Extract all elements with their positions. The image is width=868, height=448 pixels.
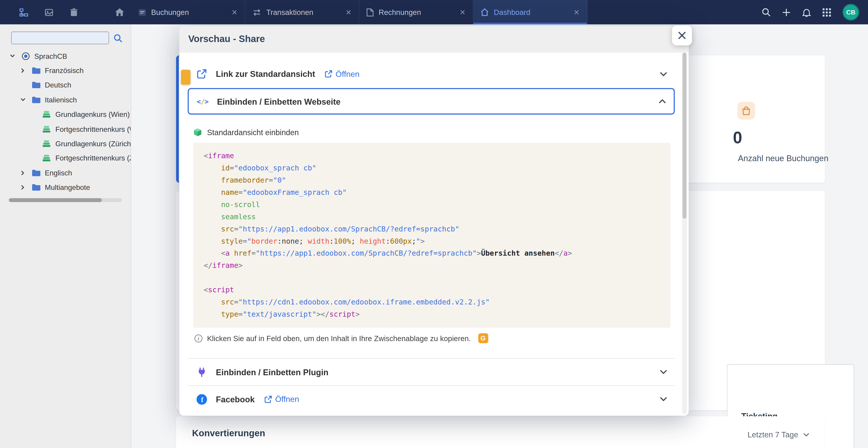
tree-scrollbar-thumb[interactable]	[9, 198, 102, 202]
code-line: seamless	[204, 211, 665, 223]
code-line: type="text/javascript"></script>	[204, 308, 665, 321]
tree-item-label: Grundlagenkurs (Zürich)	[55, 139, 131, 148]
tree-item-grundlagenkurs-z-rich[interactable]: Grundlagenkurs (Zürich)	[0, 136, 131, 151]
app-root: Buchungen✕Transaktionen✕Rechnungen✕Dashb…	[0, 0, 868, 448]
chevron-right-icon[interactable]	[18, 68, 27, 73]
folder-icon	[32, 96, 40, 103]
tab-label: Dashboard	[494, 8, 568, 17]
tree-item-label: Fortgeschrittenenkurs (Zürich)	[55, 154, 131, 162]
sidebar-search-input[interactable]	[11, 32, 109, 44]
apps-grid-icon[interactable]	[823, 8, 831, 17]
avatar[interactable]: CB	[842, 4, 859, 20]
tab-close-icon[interactable]: ✕	[345, 8, 351, 16]
tab-rechnungen[interactable]: Rechnungen✕	[359, 0, 473, 24]
tab-label: Rechnungen	[379, 8, 455, 17]
code-line: src="https://app1.edoobox.com/SprachCB/?…	[204, 223, 665, 235]
extension-widget-badge[interactable]	[181, 70, 191, 85]
accordion-facebook[interactable]: f Facebook Öffnen	[188, 386, 675, 413]
open-link-label: Öffnen	[336, 69, 360, 78]
modal-close-button[interactable]	[672, 26, 692, 45]
share-preview-modal: Vorschau - Share Link zur Standardansich…	[179, 26, 688, 416]
chevron-down-icon[interactable]	[18, 98, 27, 101]
tree-item-label: Italienisch	[45, 96, 77, 104]
tab-close-icon[interactable]: ✕	[231, 8, 238, 16]
external-link-icon	[195, 69, 208, 79]
svg-text:f: f	[201, 396, 203, 404]
tree-view-icon[interactable]	[19, 7, 29, 17]
conversions-title: Konvertierungen	[192, 428, 265, 439]
trash-icon[interactable]	[69, 7, 79, 17]
bell-icon[interactable]	[802, 7, 811, 17]
tree-item-multiangebote[interactable]: Multiangebote	[0, 180, 131, 195]
accordion-label: Einbinden / Einbetten Plugin	[216, 367, 329, 377]
embed-code-block[interactable]: <iframe id="edoobox_sprach cb" framebord…	[193, 143, 671, 328]
sidebar: SprachCBFranzösischDeutschItalienischGru…	[0, 24, 131, 448]
stat-value: 0	[733, 128, 742, 147]
accordion-label: Einbinden / Einbetten Webseite	[217, 97, 340, 106]
tab-buchungen[interactable]: Buchungen✕	[131, 0, 245, 24]
chevron-down-icon[interactable]	[660, 72, 667, 76]
tree-horizontal-scrollbar[interactable]	[9, 198, 122, 202]
plug-icon	[195, 367, 208, 377]
radio-icon	[21, 52, 30, 60]
tab-label: Buchungen	[151, 8, 226, 17]
chevron-down-icon	[803, 433, 809, 437]
tree-item-fortgeschrittenenkurs-wien[interactable]: Fortgeschrittenenkurs (Wien)	[0, 122, 131, 136]
tree-item-deutsch[interactable]: Deutsch	[0, 78, 131, 93]
transactions-icon	[252, 8, 261, 16]
tab-bar: Buchungen✕Transaktionen✕Rechnungen✕Dashb…	[131, 0, 587, 24]
tab-close-icon[interactable]: ✕	[460, 8, 466, 16]
code-line: style="border:none; width:100%; height:6…	[204, 235, 665, 248]
tree-item-label: Grundlagenkurs (Wien)	[55, 110, 130, 119]
home-icon[interactable]	[115, 7, 125, 17]
search-icon[interactable]	[762, 8, 771, 17]
date-range-label: Letzten 7 Tage	[747, 430, 798, 439]
sidebar-search-row	[11, 32, 123, 44]
chevron-right-icon[interactable]	[18, 170, 27, 175]
embed-note-text: Klicken Sie auf in Feld oben, um den Inh…	[207, 334, 471, 343]
tree-item-englisch[interactable]: Englisch	[0, 166, 131, 180]
tab-dashboard[interactable]: Dashboard✕	[473, 0, 587, 24]
stat-label: Anzahl neue Buchungen	[738, 153, 828, 163]
chevron-right-icon[interactable]	[18, 185, 27, 190]
open-link[interactable]: Öffnen	[325, 69, 360, 78]
external-link-icon	[325, 70, 332, 77]
tree-item-fortgeschrittenenkurs-z-rich[interactable]: Fortgeschrittenenkurs (Zürich)	[0, 151, 131, 166]
offer-tree: SprachCBFranzösischDeutschItalienischGru…	[0, 49, 131, 195]
external-link-icon	[265, 395, 272, 403]
sidebar-search-icon[interactable]	[114, 33, 122, 42]
open-link-label: Öffnen	[275, 395, 299, 404]
code-line: name="edooboxFrame_sprach cb"	[204, 187, 665, 199]
modal-header: Vorschau - Share	[179, 26, 688, 53]
tree-item-label: SprachCB	[34, 52, 67, 60]
tree-item-franz-sisch[interactable]: Französisch	[0, 63, 131, 78]
date-range-select[interactable]: Letzten 7 Tage	[747, 430, 809, 439]
code-line: no-scroll	[204, 199, 665, 211]
folder-icon	[32, 169, 40, 177]
tree-item-grundlagenkurs-wien[interactable]: Grundlagenkurs (Wien)	[0, 107, 131, 122]
plus-icon[interactable]	[782, 8, 790, 17]
facebook-icon: f	[195, 394, 208, 404]
tab-close-icon[interactable]: ✕	[574, 8, 580, 16]
accordion-link-standard-view[interactable]: Link zur Standardansicht Öffnen	[188, 61, 675, 87]
grammar-extension-badge[interactable]: G	[478, 333, 488, 343]
chevron-down-icon[interactable]	[8, 54, 17, 58]
accordion-embed-website[interactable]: </> Einbinden / Einbetten Webseite	[188, 88, 675, 115]
open-facebook-link[interactable]: Öffnen	[265, 395, 299, 404]
tab-label: Transaktionen	[266, 8, 340, 17]
accordion-embed-plugin[interactable]: Einbinden / Einbetten Plugin	[188, 359, 675, 385]
embed-note-row: i Klicken Sie auf in Feld oben, um den I…	[194, 333, 675, 343]
tree-item-sprachcb[interactable]: SprachCB	[0, 49, 131, 64]
panel-icon[interactable]	[43, 7, 54, 17]
code-line: frameborder="0"	[204, 174, 665, 187]
modal-scrollbar-thumb[interactable]	[683, 53, 686, 219]
modal-scrollbar[interactable]	[682, 53, 687, 414]
package-icon	[193, 128, 202, 137]
tab-transaktionen[interactable]: Transaktionen✕	[245, 0, 359, 24]
tree-item-italienisch[interactable]: Italienisch	[0, 92, 131, 107]
chevron-down-icon[interactable]	[660, 370, 667, 374]
chevron-down-icon[interactable]	[660, 397, 667, 402]
tree-item-label: Fortgeschrittenenkurs (Wien)	[55, 125, 131, 133]
chevron-up-icon[interactable]	[659, 99, 666, 103]
course-icon	[42, 111, 51, 118]
